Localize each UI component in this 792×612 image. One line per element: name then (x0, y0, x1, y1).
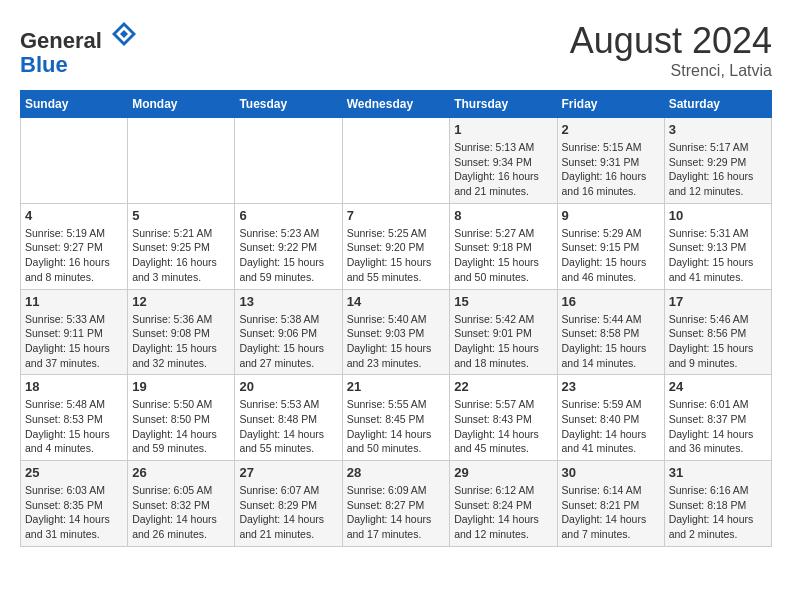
day-info: Sunrise: 5:50 AM Sunset: 8:50 PM Dayligh… (132, 397, 230, 456)
day-info: Sunrise: 6:07 AM Sunset: 8:29 PM Dayligh… (239, 483, 337, 542)
day-number: 13 (239, 294, 337, 309)
weekday-header-saturday: Saturday (664, 91, 771, 118)
day-info: Sunrise: 5:27 AM Sunset: 9:18 PM Dayligh… (454, 226, 552, 285)
day-info: Sunrise: 5:29 AM Sunset: 9:15 PM Dayligh… (562, 226, 660, 285)
calendar-cell: 25Sunrise: 6:03 AM Sunset: 8:35 PM Dayli… (21, 461, 128, 547)
day-info: Sunrise: 6:12 AM Sunset: 8:24 PM Dayligh… (454, 483, 552, 542)
calendar-cell: 21Sunrise: 5:55 AM Sunset: 8:45 PM Dayli… (342, 375, 450, 461)
day-number: 25 (25, 465, 123, 480)
calendar-cell: 9Sunrise: 5:29 AM Sunset: 9:15 PM Daylig… (557, 203, 664, 289)
logo: General Blue (20, 20, 138, 77)
day-number: 23 (562, 379, 660, 394)
day-number: 1 (454, 122, 552, 137)
day-info: Sunrise: 5:46 AM Sunset: 8:56 PM Dayligh… (669, 312, 767, 371)
calendar-cell: 17Sunrise: 5:46 AM Sunset: 8:56 PM Dayli… (664, 289, 771, 375)
day-info: Sunrise: 5:25 AM Sunset: 9:20 PM Dayligh… (347, 226, 446, 285)
day-info: Sunrise: 5:13 AM Sunset: 9:34 PM Dayligh… (454, 140, 552, 199)
day-info: Sunrise: 5:57 AM Sunset: 8:43 PM Dayligh… (454, 397, 552, 456)
day-number: 7 (347, 208, 446, 223)
calendar-cell: 6Sunrise: 5:23 AM Sunset: 9:22 PM Daylig… (235, 203, 342, 289)
calendar-cell: 2Sunrise: 5:15 AM Sunset: 9:31 PM Daylig… (557, 118, 664, 204)
calendar-cell: 20Sunrise: 5:53 AM Sunset: 8:48 PM Dayli… (235, 375, 342, 461)
day-info: Sunrise: 5:15 AM Sunset: 9:31 PM Dayligh… (562, 140, 660, 199)
day-info: Sunrise: 6:03 AM Sunset: 8:35 PM Dayligh… (25, 483, 123, 542)
calendar-cell: 24Sunrise: 6:01 AM Sunset: 8:37 PM Dayli… (664, 375, 771, 461)
calendar-cell (342, 118, 450, 204)
day-info: Sunrise: 5:21 AM Sunset: 9:25 PM Dayligh… (132, 226, 230, 285)
day-number: 2 (562, 122, 660, 137)
day-number: 30 (562, 465, 660, 480)
calendar-cell: 12Sunrise: 5:36 AM Sunset: 9:08 PM Dayli… (128, 289, 235, 375)
day-info: Sunrise: 5:23 AM Sunset: 9:22 PM Dayligh… (239, 226, 337, 285)
calendar-cell: 26Sunrise: 6:05 AM Sunset: 8:32 PM Dayli… (128, 461, 235, 547)
calendar-cell: 7Sunrise: 5:25 AM Sunset: 9:20 PM Daylig… (342, 203, 450, 289)
day-info: Sunrise: 5:33 AM Sunset: 9:11 PM Dayligh… (25, 312, 123, 371)
weekday-header-thursday: Thursday (450, 91, 557, 118)
calendar-cell: 28Sunrise: 6:09 AM Sunset: 8:27 PM Dayli… (342, 461, 450, 547)
calendar-cell: 14Sunrise: 5:40 AM Sunset: 9:03 PM Dayli… (342, 289, 450, 375)
day-number: 24 (669, 379, 767, 394)
day-number: 15 (454, 294, 552, 309)
day-info: Sunrise: 5:17 AM Sunset: 9:29 PM Dayligh… (669, 140, 767, 199)
calendar-cell: 8Sunrise: 5:27 AM Sunset: 9:18 PM Daylig… (450, 203, 557, 289)
calendar-cell: 11Sunrise: 5:33 AM Sunset: 9:11 PM Dayli… (21, 289, 128, 375)
weekday-header-wednesday: Wednesday (342, 91, 450, 118)
day-info: Sunrise: 5:53 AM Sunset: 8:48 PM Dayligh… (239, 397, 337, 456)
day-number: 22 (454, 379, 552, 394)
calendar-cell: 3Sunrise: 5:17 AM Sunset: 9:29 PM Daylig… (664, 118, 771, 204)
logo-general: General (20, 28, 102, 53)
calendar-cell (235, 118, 342, 204)
calendar-cell: 31Sunrise: 6:16 AM Sunset: 8:18 PM Dayli… (664, 461, 771, 547)
calendar-cell: 19Sunrise: 5:50 AM Sunset: 8:50 PM Dayli… (128, 375, 235, 461)
day-info: Sunrise: 5:48 AM Sunset: 8:53 PM Dayligh… (25, 397, 123, 456)
day-number: 20 (239, 379, 337, 394)
month-title: August 2024 (570, 20, 772, 62)
calendar-cell: 27Sunrise: 6:07 AM Sunset: 8:29 PM Dayli… (235, 461, 342, 547)
day-number: 19 (132, 379, 230, 394)
day-number: 29 (454, 465, 552, 480)
calendar-cell: 4Sunrise: 5:19 AM Sunset: 9:27 PM Daylig… (21, 203, 128, 289)
day-info: Sunrise: 6:09 AM Sunset: 8:27 PM Dayligh… (347, 483, 446, 542)
day-info: Sunrise: 5:40 AM Sunset: 9:03 PM Dayligh… (347, 312, 446, 371)
day-number: 28 (347, 465, 446, 480)
logo-blue: Blue (20, 52, 68, 77)
day-number: 26 (132, 465, 230, 480)
day-number: 14 (347, 294, 446, 309)
day-info: Sunrise: 5:19 AM Sunset: 9:27 PM Dayligh… (25, 226, 123, 285)
day-number: 4 (25, 208, 123, 223)
day-number: 3 (669, 122, 767, 137)
day-number: 18 (25, 379, 123, 394)
day-info: Sunrise: 5:38 AM Sunset: 9:06 PM Dayligh… (239, 312, 337, 371)
day-info: Sunrise: 5:42 AM Sunset: 9:01 PM Dayligh… (454, 312, 552, 371)
day-info: Sunrise: 6:16 AM Sunset: 8:18 PM Dayligh… (669, 483, 767, 542)
day-info: Sunrise: 6:01 AM Sunset: 8:37 PM Dayligh… (669, 397, 767, 456)
day-info: Sunrise: 5:31 AM Sunset: 9:13 PM Dayligh… (669, 226, 767, 285)
day-number: 27 (239, 465, 337, 480)
calendar-cell: 18Sunrise: 5:48 AM Sunset: 8:53 PM Dayli… (21, 375, 128, 461)
location-subtitle: Strenci, Latvia (570, 62, 772, 80)
calendar-cell: 23Sunrise: 5:59 AM Sunset: 8:40 PM Dayli… (557, 375, 664, 461)
logo-icon (110, 20, 138, 48)
page-header: General Blue August 2024 Strenci, Latvia (20, 20, 772, 80)
calendar-cell: 22Sunrise: 5:57 AM Sunset: 8:43 PM Dayli… (450, 375, 557, 461)
weekday-header-tuesday: Tuesday (235, 91, 342, 118)
day-number: 8 (454, 208, 552, 223)
day-info: Sunrise: 5:44 AM Sunset: 8:58 PM Dayligh… (562, 312, 660, 371)
calendar-cell (21, 118, 128, 204)
calendar-cell: 29Sunrise: 6:12 AM Sunset: 8:24 PM Dayli… (450, 461, 557, 547)
day-number: 11 (25, 294, 123, 309)
calendar-cell: 13Sunrise: 5:38 AM Sunset: 9:06 PM Dayli… (235, 289, 342, 375)
calendar-cell (128, 118, 235, 204)
calendar-table: SundayMondayTuesdayWednesdayThursdayFrid… (20, 90, 772, 547)
day-number: 31 (669, 465, 767, 480)
day-number: 17 (669, 294, 767, 309)
day-info: Sunrise: 6:05 AM Sunset: 8:32 PM Dayligh… (132, 483, 230, 542)
day-info: Sunrise: 5:36 AM Sunset: 9:08 PM Dayligh… (132, 312, 230, 371)
day-info: Sunrise: 6:14 AM Sunset: 8:21 PM Dayligh… (562, 483, 660, 542)
day-number: 6 (239, 208, 337, 223)
weekday-header-monday: Monday (128, 91, 235, 118)
calendar-cell: 16Sunrise: 5:44 AM Sunset: 8:58 PM Dayli… (557, 289, 664, 375)
calendar-cell: 15Sunrise: 5:42 AM Sunset: 9:01 PM Dayli… (450, 289, 557, 375)
day-number: 12 (132, 294, 230, 309)
day-info: Sunrise: 5:55 AM Sunset: 8:45 PM Dayligh… (347, 397, 446, 456)
